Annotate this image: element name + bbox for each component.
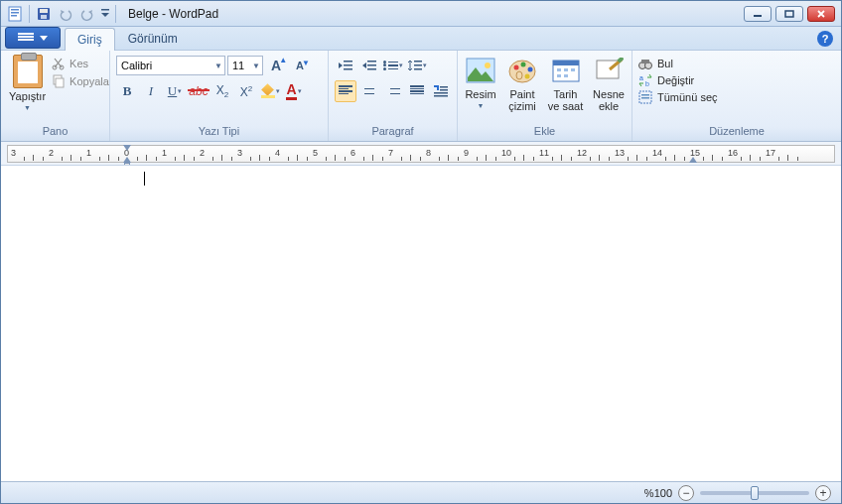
help-icon[interactable]: ? [817, 31, 833, 47]
ruler[interactable]: 32101234567891011121314151617 [1, 142, 841, 166]
superscript-button[interactable]: X2 [235, 80, 257, 102]
ruler-number: 2 [49, 148, 54, 158]
ruler-number: 6 [351, 148, 355, 158]
insert-picture-label: Resim [465, 88, 495, 100]
statusbar: %100 − + [1, 481, 841, 503]
document-area[interactable] [1, 166, 841, 481]
minimize-button[interactable] [744, 6, 772, 22]
titlebar: Belge - WordPad [1, 1, 841, 27]
group-editing: Bul ab Değiştir Tümünü seç Düzenleme [632, 51, 841, 141]
ruler-number: 1 [162, 148, 167, 158]
find-label: Bul [657, 58, 673, 69]
zoom-out-button[interactable]: − [678, 485, 694, 501]
ruler-number: 7 [388, 148, 393, 158]
object-icon [593, 55, 625, 86]
ruler-number: 8 [426, 148, 431, 158]
paste-button[interactable]: Yapıştır ▼ [5, 53, 50, 113]
insert-object-button[interactable]: Nesne ekle [590, 53, 628, 114]
maximize-button[interactable] [775, 6, 803, 22]
calendar-icon [550, 55, 582, 86]
file-menu-button[interactable] [5, 27, 61, 49]
group-insert: Resim▼ Paint çizimi Tarih ve saat Nesne … [458, 51, 632, 141]
svg-rect-23 [440, 86, 448, 88]
svg-rect-13 [56, 78, 64, 87]
svg-rect-51 [641, 97, 649, 99]
svg-point-32 [528, 67, 533, 72]
tab-view[interactable]: Görünüm [115, 27, 191, 50]
font-color-button[interactable]: A▾ [283, 80, 305, 102]
ruler-number: 4 [275, 148, 280, 158]
align-center-button[interactable] [358, 80, 380, 102]
insert-paint-button[interactable]: Paint çizimi [503, 53, 541, 114]
insert-datetime-button[interactable]: Tarih ve saat [545, 53, 586, 114]
grow-font-button[interactable]: A▲ [265, 55, 287, 76]
svg-rect-39 [571, 68, 575, 71]
svg-rect-46 [641, 60, 649, 63]
svg-rect-24 [440, 89, 448, 91]
font-group-label: Yazı Tipi [114, 125, 324, 141]
increase-indent-button[interactable] [358, 55, 380, 76]
zoom-in-button[interactable]: + [815, 485, 831, 501]
shrink-font-button[interactable]: A▼ [289, 55, 311, 76]
svg-point-30 [514, 65, 519, 70]
save-icon[interactable] [34, 4, 54, 24]
copy-button[interactable]: Kopyala [52, 74, 109, 88]
replace-label: Değiştir [657, 74, 694, 86]
svg-rect-36 [553, 61, 579, 65]
replace-button[interactable]: ab Değiştir [638, 73, 718, 87]
highlight-button[interactable]: ▾ [259, 80, 281, 102]
insert-datetime-label: Tarih ve saat [547, 88, 584, 112]
window-controls [744, 6, 841, 22]
insert-object-label: Nesne ekle [592, 88, 626, 112]
bold-button[interactable]: B [116, 80, 138, 102]
align-justify-button[interactable] [406, 80, 428, 102]
svg-rect-25 [434, 92, 448, 94]
svg-text:a: a [639, 74, 643, 81]
undo-icon[interactable] [56, 4, 75, 24]
select-all-button[interactable]: Tümünü seç [638, 90, 718, 104]
qat-customize-icon[interactable] [99, 4, 111, 24]
font-name-combo[interactable]: Calibri▼ [116, 56, 225, 75]
right-indent-marker[interactable] [689, 157, 697, 163]
paragraph-dialog-button[interactable] [430, 80, 452, 102]
find-button[interactable]: Bul [638, 57, 718, 70]
redo-icon[interactable] [77, 4, 97, 24]
italic-button[interactable]: I [140, 80, 162, 102]
svg-point-31 [521, 63, 526, 67]
insert-picture-button[interactable]: Resim▼ [462, 53, 499, 114]
svg-point-34 [516, 71, 522, 79]
subscript-button[interactable]: X2 [211, 80, 233, 102]
zoom-slider[interactable] [700, 491, 809, 495]
underline-button[interactable]: U▾ [164, 80, 186, 102]
cut-button[interactable]: Kes [52, 57, 109, 70]
font-size-combo[interactable]: 11▼ [227, 56, 263, 75]
align-right-button[interactable] [382, 80, 404, 102]
app-icon[interactable] [5, 4, 25, 24]
svg-rect-2 [11, 12, 19, 14]
copy-icon [52, 74, 66, 88]
svg-rect-15 [344, 64, 352, 66]
first-line-indent-marker[interactable] [123, 145, 131, 151]
select-all-label: Tümünü seç [657, 91, 718, 103]
ruler-number: 5 [313, 148, 318, 158]
svg-rect-20 [414, 61, 422, 63]
align-left-button[interactable] [335, 80, 356, 102]
bullets-button[interactable]: ▾ [382, 55, 404, 76]
strikethrough-button[interactable]: abc [188, 80, 210, 102]
ruler-number: 3 [11, 148, 16, 158]
ruler-number: 2 [200, 148, 205, 158]
group-font: Calibri▼ 11▼ A▲ A▼ B I U▾ abc X2 X2 ▾ A▾… [110, 51, 329, 141]
ruler-number: 16 [728, 148, 738, 158]
decrease-indent-button[interactable] [335, 55, 356, 76]
ruler-number: 9 [464, 148, 469, 158]
line-spacing-button[interactable]: ▾ [406, 55, 428, 76]
svg-text:b: b [645, 80, 649, 87]
svg-rect-16 [344, 68, 352, 70]
group-paragraph: ▾ ▾ Paragraf [329, 51, 458, 141]
tab-home[interactable]: Giriş [65, 28, 115, 51]
svg-rect-50 [641, 94, 649, 96]
ruler-number: 1 [86, 148, 91, 158]
zoom-slider-thumb[interactable] [751, 486, 759, 500]
close-button[interactable] [807, 6, 835, 22]
paste-label: Yapıştır [9, 90, 46, 102]
